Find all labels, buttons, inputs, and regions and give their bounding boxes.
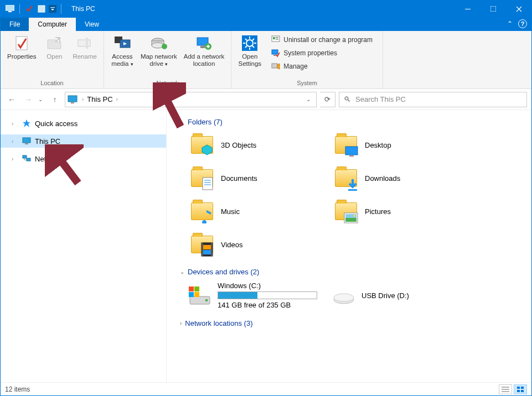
svg-rect-5	[490, 6, 496, 12]
navigation-pane[interactable]: › Quick access › This PC › Network	[1, 110, 167, 382]
expand-icon[interactable]: ›	[12, 138, 18, 144]
nav-network[interactable]: › Network	[1, 152, 166, 165]
help-icon[interactable]: ?	[518, 19, 527, 28]
this-pc-icon	[22, 136, 32, 146]
folder-desktop[interactable]: Desktop	[332, 132, 470, 158]
system-properties-button[interactable]: System properties	[269, 48, 375, 59]
folder-documents[interactable]: Documents	[188, 165, 326, 191]
drive-c[interactable]: Windows (C:) 141 GB free of 235 GB	[188, 282, 326, 309]
section-devices-header[interactable]: ⌄ Devices and drives (2)	[177, 265, 520, 278]
svg-rect-31	[276, 37, 278, 38]
address-dropdown[interactable]: ⌄	[303, 96, 314, 102]
rename-icon	[76, 34, 94, 52]
tab-computer[interactable]: Computer	[29, 18, 76, 31]
svg-rect-72	[521, 387, 524, 389]
nav-quick-access[interactable]: › Quick access	[1, 117, 166, 130]
manage-icon	[271, 62, 280, 71]
title-bar: This PC	[1, 1, 531, 17]
nav-up-button[interactable]: ↑	[48, 93, 61, 106]
address-crumb-thispc[interactable]: This PC	[85, 95, 115, 103]
add-network-location-button[interactable]: Add a network location	[182, 33, 227, 69]
svg-rect-46	[203, 178, 213, 190]
svg-point-54	[353, 215, 355, 217]
nav-forward-button[interactable]: →	[22, 93, 35, 106]
blank-qat-icon[interactable]	[37, 4, 47, 14]
address-crumb-chevron[interactable]: ›	[115, 96, 119, 102]
svg-rect-4	[465, 9, 471, 9]
svg-rect-32	[276, 39, 278, 40]
folder-pictures[interactable]: Pictures	[332, 198, 470, 225]
content-pane[interactable]: ⌄ Folders (7) 3D Objects Desktop Documen…	[167, 110, 531, 382]
drive-c-usage-bar	[218, 291, 317, 299]
view-details-button[interactable]	[499, 384, 512, 394]
properties-label: Properties	[7, 53, 36, 60]
section-folders-header[interactable]: ⌄ Folders (7)	[177, 116, 520, 128]
properties-icon	[13, 34, 30, 52]
ribbon-tabs: File Computer View ⌃ ?	[1, 17, 531, 31]
svg-rect-61	[205, 299, 208, 301]
uninstall-program-button[interactable]: Uninstall or change a program	[269, 34, 375, 45]
search-input[interactable]	[355, 95, 522, 103]
rename-button: Rename	[70, 33, 99, 61]
tab-file[interactable]: File	[1, 18, 29, 31]
qat-dropdown-icon[interactable]	[49, 5, 56, 13]
properties-qat-icon[interactable]	[24, 4, 34, 14]
network-icon	[22, 154, 32, 164]
chevron-down-icon: ⌄	[180, 269, 184, 275]
location-group-label: Location	[5, 79, 99, 87]
svg-point-67	[334, 294, 354, 301]
open-settings-button[interactable]: Open Settings	[236, 33, 264, 73]
nav-history-dropdown[interactable]: ⌄	[38, 96, 45, 102]
svg-point-15	[162, 44, 167, 49]
tab-view[interactable]: View	[76, 18, 108, 31]
search-box[interactable]: 🔍︎	[339, 92, 527, 107]
refresh-button[interactable]: ⟳	[320, 92, 335, 107]
view-large-icons-button[interactable]	[514, 384, 527, 394]
add-network-location-label: Add a network location	[184, 53, 225, 67]
manage-button[interactable]: Manage	[269, 61, 375, 72]
properties-button[interactable]: Properties	[5, 33, 38, 61]
svg-rect-62	[189, 286, 194, 291]
folder-3d-objects[interactable]: 3D Objects	[188, 132, 326, 158]
nav-this-pc[interactable]: › This PC	[1, 134, 166, 148]
system-group-label: System	[236, 79, 378, 87]
pc-icon	[5, 4, 15, 14]
folder-videos[interactable]: Videos	[188, 231, 326, 258]
quick-access-toolbar	[1, 4, 68, 14]
folder-downloads[interactable]: Downloads	[332, 165, 470, 191]
svg-rect-45	[349, 155, 354, 157]
svg-rect-73	[517, 390, 520, 392]
usb-drive-icon	[332, 283, 356, 308]
folder-icon	[334, 133, 358, 157]
navigation-bar: ← → ⌄ ↑ › This PC › ⌄ ⟳ 🔍︎	[1, 89, 531, 110]
folder-music[interactable]: Music	[188, 198, 326, 225]
svg-marker-38	[23, 119, 30, 127]
address-bar[interactable]: › This PC › ⌄	[65, 92, 317, 107]
settings-gear-icon	[241, 34, 259, 52]
drive-icon	[188, 283, 212, 308]
access-media-icon	[113, 34, 131, 52]
svg-rect-17	[200, 46, 205, 48]
expand-icon[interactable]: ›	[12, 156, 18, 162]
maximize-button[interactable]	[481, 1, 506, 17]
map-network-drive-button[interactable]: Map network drive ▾	[138, 33, 179, 69]
svg-rect-52	[345, 217, 357, 222]
access-media-label: Access media ▾	[111, 53, 133, 67]
drive-d-label: USB Drive (D:)	[361, 291, 409, 300]
ribbon-collapse-icon[interactable]: ⌃	[507, 20, 513, 28]
access-media-button[interactable]: Access media ▾	[109, 33, 136, 69]
minimize-button[interactable]	[455, 1, 481, 17]
svg-rect-74	[521, 390, 524, 392]
close-button[interactable]	[506, 1, 531, 17]
section-network-locations-header[interactable]: › Network locations (3)	[177, 317, 520, 330]
expand-icon[interactable]: ›	[12, 121, 18, 127]
svg-rect-35	[272, 64, 277, 68]
address-root-chevron[interactable]: ›	[81, 96, 85, 102]
svg-rect-8	[86, 38, 88, 49]
window-title: This PC	[68, 5, 95, 13]
ribbon-group-location: Properties Open Rename Location	[1, 31, 104, 88]
drive-c-free-label: 141 GB free of 235 GB	[218, 301, 317, 309]
nav-back-button[interactable]: ←	[5, 93, 18, 106]
folder-icon	[334, 199, 358, 223]
drive-d[interactable]: USB Drive (D:)	[332, 282, 470, 309]
